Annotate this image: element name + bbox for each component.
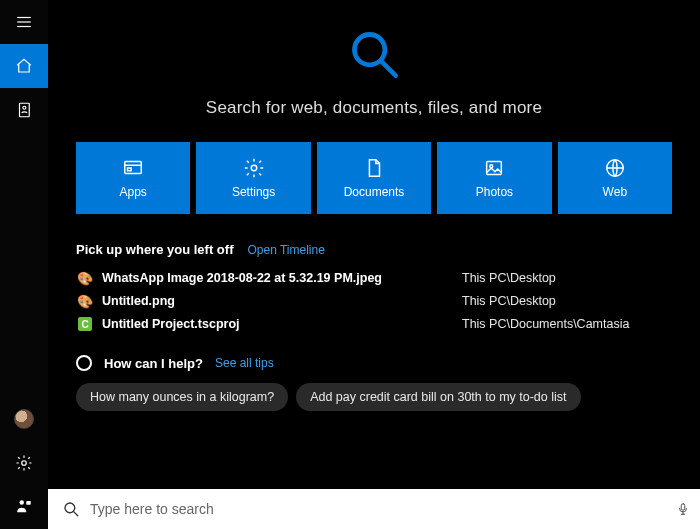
tile-apps[interactable]: Apps (76, 142, 190, 214)
tile-photos[interactable]: Photos (437, 142, 551, 214)
svg-rect-3 (20, 103, 30, 117)
globe-icon (604, 157, 626, 179)
recent-item-name: WhatsApp Image 2018-08-22 at 5.32.19 PM.… (102, 271, 462, 285)
main-area: Search for web, documents, files, and mo… (48, 0, 700, 529)
category-tiles: Apps Settings Documents Photos Web (76, 142, 672, 214)
cortana-ring-icon (76, 355, 92, 371)
photos-icon (483, 157, 505, 179)
cortana-search-panel: Search for web, documents, files, and mo… (0, 0, 700, 529)
search-bar (48, 489, 700, 529)
image-file-icon: 🎨 (76, 295, 94, 308)
home-button[interactable] (0, 44, 48, 88)
svg-rect-7 (26, 501, 31, 505)
sidebar (0, 0, 48, 529)
svg-point-6 (20, 500, 25, 505)
settings-icon (243, 157, 265, 179)
svg-point-5 (22, 461, 27, 466)
home-icon (15, 57, 33, 75)
suggestion-chip[interactable]: Add pay credit card bill on 30th to my t… (296, 383, 580, 411)
recent-list: 🎨 WhatsApp Image 2018-08-22 at 5.32.19 P… (76, 271, 672, 331)
recent-item-location: This PC\Documents\Camtasia (462, 317, 629, 331)
svg-rect-14 (487, 162, 502, 175)
tile-label: Apps (120, 185, 147, 199)
open-timeline-link[interactable]: Open Timeline (247, 243, 324, 257)
see-all-tips-link[interactable]: See all tips (215, 356, 274, 370)
svg-point-4 (23, 106, 26, 109)
recent-item-location: This PC\Desktop (462, 271, 556, 285)
search-hero: Search for web, documents, files, and mo… (76, 28, 672, 118)
suggestion-chips: How many ounces in a kilogram? Add pay c… (76, 383, 672, 411)
feedback-icon (15, 498, 33, 516)
tile-web[interactable]: Web (558, 142, 672, 214)
tile-settings[interactable]: Settings (196, 142, 310, 214)
hamburger-icon (15, 13, 33, 31)
recent-item[interactable]: 🎨 Untitled.png This PC\Desktop (76, 294, 672, 308)
tile-label: Documents (344, 185, 405, 199)
recent-item[interactable]: C Untitled Project.tscproj This PC\Docum… (76, 317, 672, 331)
pickup-header: Pick up where you left off Open Timeline (76, 242, 672, 257)
recent-item-name: Untitled Project.tscproj (102, 317, 462, 331)
account-button[interactable] (0, 397, 48, 441)
gear-icon (15, 454, 33, 472)
microphone-icon (676, 500, 690, 518)
feedback-button[interactable] (0, 485, 48, 529)
apps-icon (122, 157, 144, 179)
document-icon (363, 157, 385, 179)
tile-documents[interactable]: Documents (317, 142, 431, 214)
search-icon (62, 500, 80, 518)
svg-line-18 (74, 512, 78, 516)
svg-rect-12 (128, 168, 132, 171)
project-file-icon: C (76, 317, 94, 331)
search-input[interactable] (90, 501, 666, 517)
svg-point-13 (251, 165, 257, 171)
settings-button[interactable] (0, 441, 48, 485)
pickup-title: Pick up where you left off (76, 242, 233, 257)
tile-label: Web (603, 185, 627, 199)
image-file-icon: 🎨 (76, 272, 94, 285)
help-header: How can I help? See all tips (76, 355, 672, 371)
menu-button[interactable] (0, 0, 48, 44)
recent-item-location: This PC\Desktop (462, 294, 556, 308)
recent-item[interactable]: 🎨 WhatsApp Image 2018-08-22 at 5.32.19 P… (76, 271, 672, 285)
recent-item-name: Untitled.png (102, 294, 462, 308)
suggestion-chip[interactable]: How many ounces in a kilogram? (76, 383, 288, 411)
search-tagline: Search for web, documents, files, and mo… (206, 98, 542, 118)
help-title: How can I help? (104, 356, 203, 371)
tile-label: Settings (232, 185, 275, 199)
avatar-icon (14, 409, 34, 429)
tile-label: Photos (476, 185, 513, 199)
notebook-icon (15, 101, 33, 119)
search-hero-icon (348, 28, 400, 84)
svg-line-9 (382, 62, 396, 76)
notebook-button[interactable] (0, 88, 48, 132)
svg-rect-19 (681, 504, 685, 510)
microphone-button[interactable] (676, 500, 690, 518)
